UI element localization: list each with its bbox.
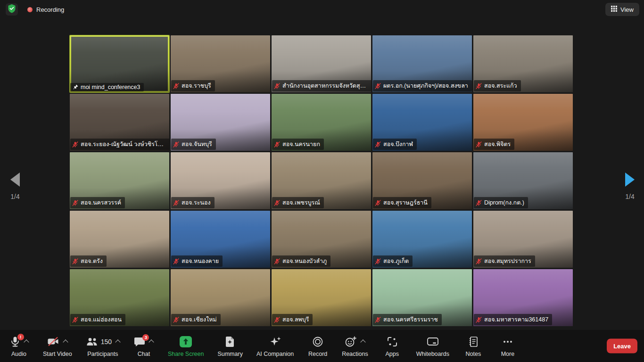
whiteboards-button[interactable]: Whiteboards [416, 335, 449, 357]
muted-mic-icon [274, 317, 280, 323]
video-tile[interactable]: สอจ.หนองบัวลำภู [272, 211, 371, 268]
participant-name: สอจ.ราชบุรี [182, 81, 211, 90]
audio-label: Audio [11, 351, 26, 357]
participants-count: 150 [101, 338, 112, 346]
more-label: More [501, 351, 514, 357]
muted-mic-icon [173, 317, 179, 323]
video-tile[interactable]: สอจ.ระยอง-ณัฐวัฒน์ วงษ์วชิรโชติ-... [70, 94, 169, 151]
more-button[interactable]: More [497, 335, 518, 357]
tile-name-label: สอจ.สระแก้ว [474, 80, 521, 91]
view-button[interactable]: View [605, 3, 639, 16]
muted-mic-icon [375, 317, 381, 323]
muted-mic-icon [375, 200, 381, 206]
video-grid: moi mind_conference3สอจ.ราชบุรีสำนักงานอ… [70, 35, 573, 326]
video-tile[interactable]: สอจ.ตรัง [70, 211, 169, 268]
video-tile[interactable]: สอจ.หนองคาย [171, 211, 270, 268]
muted-mic-icon [173, 83, 179, 89]
participant-name: Diprom(กง.กต.) [484, 198, 524, 207]
video-tile[interactable]: สอจ.ภูเก็ต [372, 211, 472, 268]
tile-name-label: สอจ.สุราษฎร์ธานี [373, 197, 431, 208]
muted-mic-icon [375, 141, 381, 148]
ai-companion-button[interactable]: AI Companion [256, 335, 294, 357]
chat-label: Chat [138, 351, 150, 357]
video-tile[interactable]: ผตร.อก.(นายศุภกิจฯ)/สอจ.สงขลา [372, 35, 472, 92]
tile-name-label: สอจ.เชียงใหม่ [171, 314, 221, 325]
participant-name: สอจ.พิจิตร [484, 140, 511, 149]
recording-indicator[interactable]: Recording [27, 6, 64, 13]
video-tile[interactable]: สอจ.สระแก้ว [473, 35, 573, 92]
chat-button[interactable]: 3Chat [133, 335, 154, 357]
chevron-up-icon[interactable] [115, 339, 120, 345]
participant-name: สอจ.หนองคาย [182, 256, 219, 266]
participants-icon [86, 337, 98, 347]
apps-button[interactable]: Apps [382, 335, 403, 357]
video-tile[interactable]: สอจ.นครศรีธรรมราช [372, 269, 472, 326]
chevron-up-icon[interactable] [361, 339, 366, 345]
video-tile[interactable]: สอจ.เพชรบูรณ์ [272, 152, 371, 209]
share-screen-icon [179, 336, 192, 348]
video-tile[interactable]: สอจ.ระนอง [171, 152, 270, 209]
tile-name-label: สอจ.ราชบุรี [171, 80, 215, 91]
shield-check-icon [8, 4, 16, 15]
tile-name-label: สอจ.ตรัง [70, 255, 107, 267]
tile-name-label: สอจ.ระนอง [171, 197, 215, 208]
video-tile[interactable]: สอจ.สมุทรปราการ [473, 211, 573, 268]
record-button[interactable]: Record [307, 335, 328, 357]
tile-name-label: สอจ.ลพบุรี [272, 314, 313, 325]
tile-name-label: สอจ.บึงกาฬ [373, 139, 417, 150]
video-tile[interactable]: สำนักงานอุตสาหกรรมจังหวัดสุรินทร์ [272, 35, 371, 92]
start-video-button[interactable]: Start Video [43, 335, 72, 357]
video-tile[interactable]: สอจ.ราชบุรี [171, 35, 270, 92]
video-tile[interactable]: สอจ.นครนายก [272, 94, 371, 151]
summary-button[interactable]: Summary [217, 335, 242, 357]
page-indicator-right: 1/4 [619, 193, 640, 200]
gallery-next-button[interactable]: 1/4 [619, 173, 640, 200]
video-tile[interactable]: สอจ.นครสวรรค์ [70, 152, 169, 209]
reactions-button[interactable]: Reactions [342, 335, 368, 357]
participant-name: สอจ.ตรัง [81, 256, 103, 266]
video-tile[interactable]: สอจ.แม่ฮ่องสอน [70, 269, 169, 326]
ai-companion-label: AI Companion [256, 351, 294, 357]
toolbar: !AudioStart Video150Participants3ChatSha… [0, 330, 644, 362]
video-tile[interactable]: สอจ.เชียงใหม่ [171, 269, 270, 326]
tile-name-label: สอจ.นครสวรรค์ [70, 197, 125, 208]
video-tile[interactable]: สอจ.มหาสารคาม361487 [473, 269, 573, 326]
share-screen-button[interactable]: Share Screen [168, 335, 204, 357]
participant-name: สอจ.เชียงใหม่ [182, 315, 217, 324]
video-tile[interactable]: สอจ.บึงกาฬ [372, 94, 472, 151]
muted-mic-icon [375, 83, 381, 89]
security-shield-button[interactable] [6, 3, 18, 16]
muted-mic-icon [72, 317, 78, 323]
summary-icon [225, 336, 235, 347]
share-screen-label: Share Screen [168, 351, 204, 357]
participant-name: สอจ.หนองบัวลำภู [282, 256, 327, 266]
participant-name: สำนักงานอุตสาหกรรมจังหวัดสุรินทร์ [282, 81, 369, 90]
video-tile[interactable]: สอจ.พิจิตร [473, 94, 573, 151]
recording-label: Recording [36, 6, 64, 13]
more-icon [502, 336, 513, 347]
chevron-up-icon[interactable] [24, 339, 29, 345]
participant-name: สอจ.เพชรบูรณ์ [282, 198, 320, 207]
whiteboards-label: Whiteboards [416, 351, 449, 357]
participant-name: สอจ.ภูเก็ต [383, 256, 409, 266]
video-tile[interactable]: สอจ.สุราษฎร์ธานี [372, 152, 472, 209]
video-tile[interactable]: สอจ.จันทบุรี [171, 94, 270, 151]
record-icon [312, 336, 323, 347]
video-tile[interactable]: moi mind_conference3 [70, 35, 169, 92]
tile-name-label: moi mind_conference3 [70, 83, 144, 91]
tile-name-label: สอจ.มหาสารคาม361487 [474, 314, 552, 325]
video-tile[interactable]: สอจ.ลพบุรี [272, 269, 371, 326]
participant-name: สอจ.บึงกาฬ [383, 140, 413, 149]
gallery-prev-button[interactable]: 1/4 [5, 173, 25, 200]
chevron-up-icon[interactable] [63, 339, 68, 345]
ai-companion-icon [269, 336, 281, 347]
audio-button[interactable]: !Audio [8, 335, 29, 357]
video-tile[interactable]: Diprom(กง.กต.) [473, 152, 573, 209]
participants-button[interactable]: 150Participants [86, 335, 120, 357]
reactions-icon [345, 336, 357, 347]
muted-mic-icon [274, 200, 280, 206]
chevron-up-icon[interactable] [149, 339, 154, 345]
leave-button[interactable]: Leave [607, 339, 637, 354]
notes-button[interactable]: Notes [463, 335, 484, 357]
muted-mic-icon [476, 258, 482, 264]
